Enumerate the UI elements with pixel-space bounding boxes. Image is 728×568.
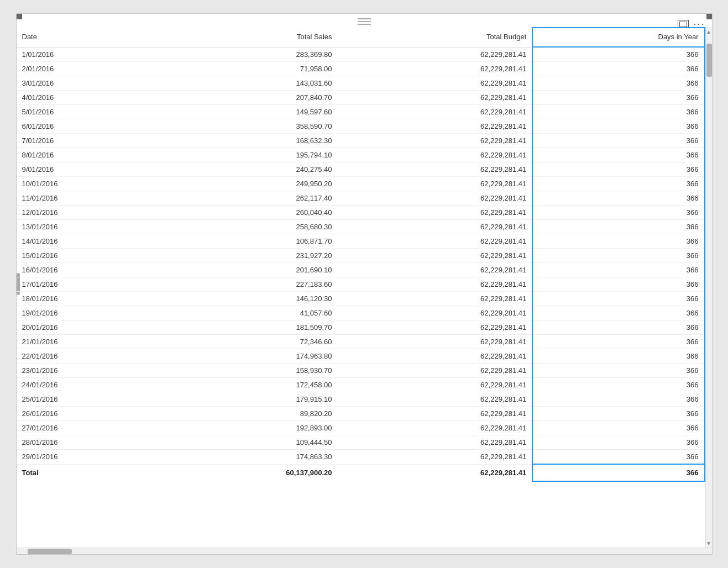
- cell-total-sales: 174,963.80: [154, 349, 338, 364]
- cell-total-budget: 62,229,281.41: [338, 162, 533, 177]
- cell-date: 25/01/2016: [17, 392, 154, 407]
- cell-date: 1/01/2016: [17, 47, 154, 62]
- grip-line-1: [358, 18, 371, 19]
- cell-date: 3/01/2016: [17, 76, 154, 91]
- cell-days-in-year: 366: [532, 62, 704, 76]
- cell-total-sales: 172,458.00: [154, 378, 338, 392]
- table-header-row: Date Total Sales Total Budget Days in Ye…: [17, 28, 705, 47]
- cell-days-in-year: 366: [532, 407, 704, 421]
- cell-total-budget: 62,229,281.41: [338, 407, 533, 421]
- cell-date: 5/01/2016: [17, 105, 154, 119]
- cell-days-in-year: 366: [532, 263, 704, 277]
- cell-total-sales: 201,690.10: [154, 263, 338, 277]
- table-row: 5/01/2016149,597.6062,229,281.41366: [17, 105, 705, 119]
- cell-total-budget: 62,229,281.41: [338, 364, 533, 378]
- cell-days-in-year: 366: [532, 234, 704, 249]
- vertical-scrollbar[interactable]: ▲ ▼: [705, 27, 712, 548]
- cell-date: 22/01/2016: [17, 349, 154, 364]
- cell-days-in-year: 366: [532, 162, 704, 177]
- grip-line-2: [358, 21, 371, 22]
- footer-total-budget: 62,229,281.41: [338, 464, 533, 481]
- cell-total-budget: 62,229,281.41: [338, 435, 533, 450]
- cell-total-sales: 181,509.70: [154, 320, 338, 335]
- cell-date: 17/01/2016: [17, 277, 154, 292]
- col-header-total-budget[interactable]: Total Budget: [338, 28, 533, 47]
- cell-total-sales: 192,893.00: [154, 421, 338, 435]
- cell-total-sales: 143,031.60: [154, 76, 338, 91]
- cell-date: 10/01/2016: [17, 177, 154, 191]
- table-row: 24/01/2016172,458.0062,229,281.41366: [17, 378, 705, 392]
- scroll-down-arrow[interactable]: ▼: [706, 539, 712, 548]
- table-row: 14/01/2016106,871.7062,229,281.41366: [17, 234, 705, 249]
- table-row: 2/01/201671,958.0062,229,281.41366: [17, 62, 705, 76]
- cell-total-budget: 62,229,281.41: [338, 91, 533, 105]
- grip-line-3: [358, 24, 371, 25]
- cell-total-budget: 62,229,281.41: [338, 119, 533, 134]
- cell-total-budget: 62,229,281.41: [338, 206, 533, 220]
- cell-date: 7/01/2016: [17, 134, 154, 148]
- cell-total-budget: 62,229,281.41: [338, 47, 533, 62]
- table-row: 27/01/2016192,893.0062,229,281.41366: [17, 421, 705, 435]
- cell-days-in-year: 366: [532, 206, 704, 220]
- cell-days-in-year: 366: [532, 335, 704, 349]
- cell-total-budget: 62,229,281.41: [338, 277, 533, 292]
- cell-date: 19/01/2016: [17, 306, 154, 320]
- cell-total-sales: 106,871.70: [154, 234, 338, 249]
- cell-date: 18/01/2016: [17, 292, 154, 306]
- table-row: 18/01/2016146,120.3062,229,281.41366: [17, 292, 705, 306]
- col-header-date[interactable]: Date: [17, 28, 154, 47]
- footer-days-in-year: 366: [532, 464, 704, 481]
- table-row: 29/01/2016174,863.3062,229,281.41366: [17, 450, 705, 465]
- cell-total-sales: 227,183.60: [154, 277, 338, 292]
- scroll-up-arrow[interactable]: ▲: [706, 27, 712, 36]
- cell-total-budget: 62,229,281.41: [338, 76, 533, 91]
- cell-total-sales: 262,117.40: [154, 191, 338, 206]
- table-row: 22/01/2016174,963.8062,229,281.41366: [17, 349, 705, 364]
- cell-total-budget: 62,229,281.41: [338, 220, 533, 234]
- col-header-total-sales[interactable]: Total Sales: [154, 28, 338, 47]
- h-scrollbar-thumb[interactable]: [28, 549, 72, 554]
- cell-days-in-year: 366: [532, 76, 704, 91]
- cell-days-in-year: 366: [532, 378, 704, 392]
- drag-grip[interactable]: [358, 18, 371, 25]
- cell-date: 6/01/2016: [17, 119, 154, 134]
- cell-total-sales: 41,057.60: [154, 306, 338, 320]
- cell-total-sales: 358,590.70: [154, 119, 338, 134]
- cell-date: 20/01/2016: [17, 320, 154, 335]
- cell-days-in-year: 366: [532, 277, 704, 292]
- cell-total-sales: 249,950.20: [154, 177, 338, 191]
- table-row: 9/01/2016240,275.4062,229,281.41366: [17, 162, 705, 177]
- cell-date: 11/01/2016: [17, 191, 154, 206]
- scrollbar-thumb[interactable]: [706, 44, 712, 77]
- table-row: 20/01/2016181,509.7062,229,281.41366: [17, 320, 705, 335]
- table-row: 16/01/2016201,690.1062,229,281.41366: [17, 263, 705, 277]
- footer-total-sales: 60,137,900.20: [154, 464, 338, 481]
- cell-total-budget: 62,229,281.41: [338, 292, 533, 306]
- table-row: 7/01/2016168,632.3062,229,281.41366: [17, 134, 705, 148]
- cell-total-budget: 62,229,281.41: [338, 349, 533, 364]
- cell-date: 13/01/2016: [17, 220, 154, 234]
- cell-total-budget: 62,229,281.41: [338, 320, 533, 335]
- table-row: 8/01/2016195,794.1062,229,281.41366: [17, 148, 705, 162]
- cell-total-budget: 62,229,281.41: [338, 234, 533, 249]
- cell-total-budget: 62,229,281.41: [338, 62, 533, 76]
- cell-date: 2/01/2016: [17, 62, 154, 76]
- cell-total-sales: 71,958.00: [154, 62, 338, 76]
- widget-body: Date Total Sales Total Budget Days in Ye…: [17, 27, 712, 548]
- cell-days-in-year: 366: [532, 292, 704, 306]
- cell-total-sales: 231,927.20: [154, 249, 338, 263]
- horizontal-scrollbar[interactable]: [17, 548, 712, 554]
- cell-days-in-year: 366: [532, 191, 704, 206]
- cell-date: 8/01/2016: [17, 148, 154, 162]
- cell-days-in-year: 366: [532, 364, 704, 378]
- cell-date: 24/01/2016: [17, 378, 154, 392]
- col-header-days-in-year[interactable]: Days in Year: [532, 28, 704, 47]
- table-row: 21/01/201672,346.6062,229,281.41366: [17, 335, 705, 349]
- cell-days-in-year: 366: [532, 148, 704, 162]
- cell-total-budget: 62,229,281.41: [338, 335, 533, 349]
- cell-total-budget: 62,229,281.41: [338, 392, 533, 407]
- cell-date: 28/01/2016: [17, 435, 154, 450]
- data-table: Date Total Sales Total Budget Days in Ye…: [17, 27, 705, 482]
- table-row: 15/01/2016231,927.2062,229,281.41366: [17, 249, 705, 263]
- cell-total-sales: 179,915.10: [154, 392, 338, 407]
